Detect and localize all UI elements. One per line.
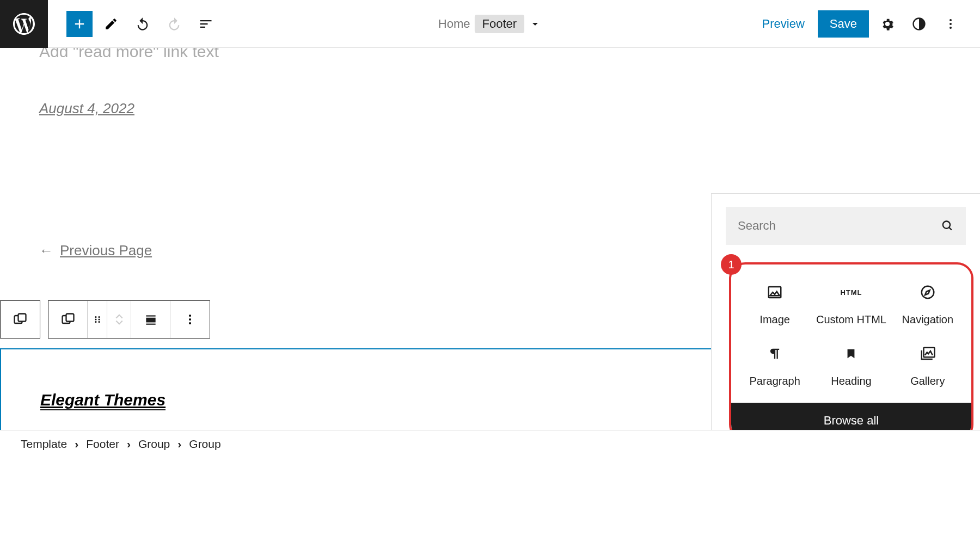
breadcrumb-bar: Template›Footer›Group›Group: [0, 430, 980, 457]
svg-point-9: [98, 316, 100, 318]
svg-point-3: [950, 27, 952, 29]
svg-point-22: [922, 286, 934, 299]
preview-button[interactable]: Preview: [755, 11, 812, 36]
undo-icon: [135, 16, 150, 32]
block-more-button[interactable]: [170, 301, 210, 338]
inserter-callout: 1 ImageHTMLCustom HTMLNavigationParagrap…: [729, 262, 973, 430]
chevron-down-icon: [529, 17, 542, 30]
save-button[interactable]: Save: [818, 10, 869, 38]
callout-badge: 1: [721, 254, 742, 275]
block-item-custom-html[interactable]: HTMLCustom HTML: [813, 274, 889, 336]
block-item-navigation[interactable]: Navigation: [890, 274, 966, 336]
breadcrumb-separator: ›: [177, 438, 181, 451]
drag-icon: [93, 315, 102, 324]
image-icon: [767, 284, 783, 300]
block-item-label: Image: [759, 313, 790, 326]
browse-all-button[interactable]: Browse all: [731, 403, 971, 430]
crumb-footer-label: Footer: [475, 15, 525, 33]
drag-handle[interactable]: [88, 301, 107, 338]
svg-point-8: [95, 316, 96, 318]
svg-point-1: [950, 19, 952, 21]
undo-button[interactable]: [130, 11, 156, 37]
group-icon: [60, 312, 76, 327]
wordpress-icon: [11, 11, 37, 37]
chevron-up-icon[interactable]: [114, 313, 124, 319]
compass-icon: [920, 284, 936, 300]
svg-rect-7: [66, 314, 74, 322]
html-icon: HTML: [843, 284, 859, 300]
block-item-label: Navigation: [902, 313, 954, 326]
gear-icon: [880, 16, 895, 32]
settings-button[interactable]: [874, 11, 901, 37]
breadcrumb-footer[interactable]: Footer: [86, 438, 119, 451]
site-title[interactable]: Elegant Themes: [40, 391, 166, 410]
svg-point-17: [189, 315, 191, 317]
block-item-label: Custom HTML: [816, 313, 886, 326]
options-button[interactable]: [938, 11, 964, 37]
breadcrumb-group[interactable]: Group: [138, 438, 170, 451]
gallery-icon: [920, 346, 936, 362]
contrast-icon: [911, 16, 927, 32]
block-item-label: Paragraph: [749, 375, 800, 387]
block-parent-group: [0, 300, 40, 339]
search-input[interactable]: [738, 219, 941, 233]
tools-button[interactable]: [98, 11, 124, 37]
styles-button[interactable]: [906, 11, 932, 37]
block-inserter-panel: 1 ImageHTMLCustom HTMLNavigationParagrap…: [711, 193, 980, 430]
read-more-placeholder[interactable]: Add "read more" link text: [39, 48, 941, 61]
group-icon: [13, 312, 28, 327]
breadcrumb-separator: ›: [127, 438, 131, 451]
breadcrumb-template[interactable]: Template: [21, 438, 67, 451]
svg-rect-14: [146, 318, 155, 323]
more-vertical-icon: [944, 17, 957, 30]
top-toolbar: Home Footer Preview Save: [0, 0, 980, 48]
block-item-image[interactable]: Image: [737, 274, 813, 336]
more-vertical-icon: [183, 313, 197, 326]
svg-point-12: [95, 321, 96, 323]
block-item-heading[interactable]: Heading: [813, 336, 889, 397]
post-date[interactable]: August 4, 2022: [39, 100, 134, 117]
list-icon: [198, 16, 213, 32]
move-buttons: [107, 301, 131, 338]
block-item-label: Heading: [831, 375, 872, 387]
arrow-left-icon: ←: [39, 242, 53, 259]
previous-page-link[interactable]: ←Previous Page: [39, 242, 152, 259]
svg-point-18: [189, 318, 191, 321]
align-button[interactable]: [131, 301, 170, 338]
svg-rect-16: [146, 324, 155, 325]
editor-canvas: Add "read more" link text August 4, 2022…: [0, 48, 980, 430]
svg-point-11: [98, 319, 100, 321]
search-icon: [941, 219, 954, 232]
block-item-gallery[interactable]: Gallery: [890, 336, 966, 397]
block-grid: ImageHTMLCustom HTMLNavigationParagraphH…: [731, 264, 971, 403]
block-type-button[interactable]: [48, 301, 88, 338]
add-block-button[interactable]: [66, 11, 93, 37]
breadcrumb-group[interactable]: Group: [189, 438, 220, 451]
svg-point-20: [943, 221, 950, 229]
block-item-paragraph[interactable]: Paragraph: [737, 336, 813, 397]
svg-rect-15: [146, 315, 155, 316]
align-full-icon: [144, 312, 158, 327]
redo-icon: [167, 16, 182, 32]
wordpress-logo[interactable]: [0, 0, 48, 48]
list-view-button[interactable]: [193, 11, 219, 37]
template-crumb[interactable]: Home Footer: [438, 15, 542, 33]
inserter-search[interactable]: [726, 207, 966, 245]
toolbar-left-group: [48, 11, 219, 37]
svg-rect-5: [19, 314, 26, 322]
chevron-down-icon[interactable]: [114, 320, 124, 325]
paragraph-icon: [767, 346, 783, 362]
select-parent-button[interactable]: [1, 301, 40, 338]
pencil-icon: [104, 17, 118, 31]
crumb-home-label: Home: [438, 17, 470, 31]
svg-point-13: [98, 321, 100, 323]
toolbar-right-group: Preview Save: [755, 10, 980, 38]
svg-point-2: [950, 23, 952, 25]
block-controls-group: [48, 300, 210, 339]
breadcrumb-separator: ›: [75, 438, 78, 451]
bookmark-icon: [843, 346, 859, 362]
redo-button[interactable]: [161, 11, 187, 37]
block-item-label: Gallery: [910, 375, 945, 387]
svg-point-19: [189, 322, 191, 324]
plus-icon: [72, 16, 87, 32]
